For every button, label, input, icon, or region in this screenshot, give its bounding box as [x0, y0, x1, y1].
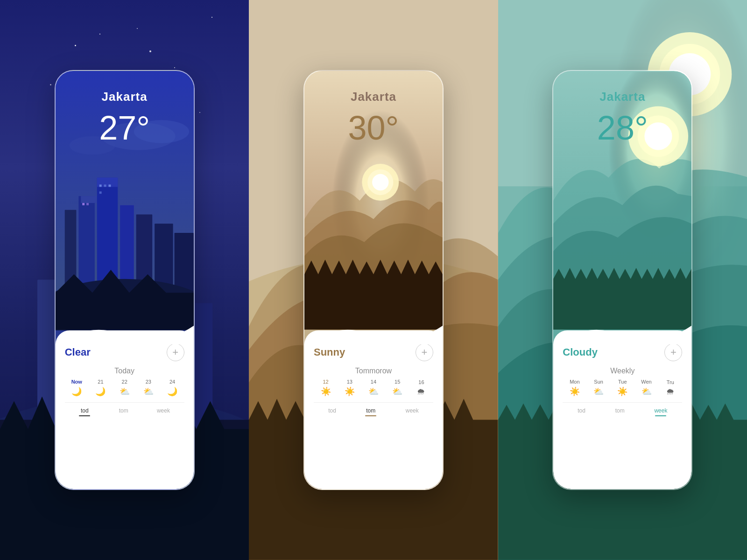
night-bottom-tabs: tod tom week [65, 402, 184, 418]
cloudy-forecast-item-2: Tue ☀️ [611, 379, 634, 397]
night-tab-week[interactable]: week [157, 407, 170, 416]
night-forecast-row: Now 🌙 21 🌙 22 ⛅ 23 ⛅ 24 🌙 [65, 379, 184, 397]
day-forecast-time-1: 13 [347, 379, 352, 385]
day-tab-tom[interactable]: tom [365, 407, 376, 416]
day-bottom-tabs: tod tom week [314, 402, 433, 418]
cloudy-forecast-icon-0: ☀️ [570, 386, 580, 397]
night-period-label: Today [65, 367, 184, 375]
night-condition-label: Clear [65, 346, 91, 358]
svg-rect-33 [86, 203, 89, 205]
night-forecast-time-2: 22 [122, 379, 127, 385]
day-phone-card: Jakarta 30° Sunny + Tommorow 12 ☀️ 13 [303, 70, 444, 490]
cloudy-phone-card: Jakarta 28° Cloudy + Weekly Mon ☀️ Su [552, 70, 692, 490]
night-phone-card: Jakarta 27° Clear + Today Now 🌙 [55, 70, 195, 490]
day-forecast-row: 12 ☀️ 13 ☀️ 14 ⛅ 15 ⛅ 16 🌧 [314, 379, 433, 397]
day-condition-row: Sunny + [314, 343, 433, 361]
day-forecast-icon-2: ⛅ [368, 386, 379, 397]
svg-point-62 [645, 122, 672, 150]
cloudy-forecast-item-3: Wen ⛅ [634, 379, 658, 397]
cloudy-tab-tom-label: tom [615, 407, 625, 414]
night-forecast-item-0: Now 🌙 [65, 379, 89, 397]
night-wave [56, 316, 194, 344]
day-phone-bottom: Sunny + Tommorow 12 ☀️ 13 ☀️ 14 ⛅ 15 [304, 330, 443, 489]
cloudy-condition-row: Cloudy + [563, 343, 682, 361]
night-tab-tom[interactable]: tom [119, 407, 128, 416]
day-forecast-icon-3: ⛅ [392, 386, 402, 397]
night-forecast-time-0: Now [71, 379, 82, 385]
day-forecast-icon-4: 🌧 [417, 387, 425, 397]
day-card-top: Jakarta 30° [304, 71, 443, 330]
day-tab-tod[interactable]: tod [328, 407, 336, 416]
cloudy-plus-button[interactable]: + [664, 343, 682, 361]
night-tab-week-label: week [157, 407, 170, 414]
night-card-top: Jakarta 27° [56, 71, 194, 330]
cloudy-tab-week-underline [655, 415, 666, 416]
cloudy-forecast-time-1: Sun [594, 379, 603, 385]
night-tab-tod-label: tod [81, 407, 89, 414]
night-forecast-icon-1: 🌙 [95, 386, 106, 397]
day-forecast-icon-1: ☀️ [345, 386, 355, 397]
night-temperature: 27° [99, 109, 150, 147]
cloudy-period-label: Weekly [563, 367, 682, 375]
day-tab-tom-label: tom [366, 407, 375, 414]
day-forecast-time-2: 14 [371, 379, 376, 385]
night-tab-tom-label: tom [119, 407, 128, 414]
cloudy-forecast-item-0: Mon ☀️ [563, 379, 586, 397]
svg-rect-35 [104, 184, 106, 187]
day-tab-week[interactable]: week [406, 407, 419, 416]
night-phone-bottom: Clear + Today Now 🌙 21 🌙 22 ⛅ 23 [56, 330, 194, 489]
night-city-name: Jakarta [102, 90, 148, 104]
cloudy-temperature: 28° [597, 109, 648, 147]
cloudy-tab-tom[interactable]: tom [615, 407, 625, 416]
svg-rect-36 [108, 184, 111, 187]
cloudy-card-top: Jakarta 28° [553, 71, 691, 330]
night-forecast-time-3: 23 [146, 379, 151, 385]
day-forecast-time-3: 15 [395, 379, 400, 385]
night-forecast-time-4: 24 [169, 379, 175, 385]
cloudy-forecast-time-0: Mon [570, 379, 579, 385]
cloudy-forecast-time-2: Tue [618, 379, 627, 385]
cloudy-panel: Jakarta 28° Cloudy + Weekly Mon ☀️ Su [498, 0, 747, 560]
day-condition-label: Sunny [314, 346, 345, 358]
cloudy-phone-bottom: Cloudy + Weekly Mon ☀️ Sun ⛅ Tue ☀️ W [553, 330, 691, 489]
night-tab-tod[interactable]: tod [79, 407, 90, 416]
svg-rect-25 [81, 196, 97, 203]
day-city-name: Jakarta [351, 90, 396, 104]
night-forecast-icon-3: ⛅ [143, 386, 154, 397]
cloudy-bottom-tabs: tod tom week [563, 402, 682, 418]
day-forecast-item-4: 16 🌧 [409, 379, 433, 397]
cloudy-tab-tod[interactable]: tod [578, 407, 585, 416]
night-panel: Jakarta 27° Clear + Today Now 🌙 [0, 0, 249, 560]
cloudy-wave [553, 316, 691, 344]
day-tab-tom-underline [365, 415, 376, 416]
cloudy-forecast-icon-2: ☀️ [617, 386, 627, 397]
day-forecast-time-0: 12 [323, 379, 328, 385]
cloudy-forecast-item-4: Tru 🌧 [658, 379, 682, 397]
night-tab-tod-underline [79, 415, 90, 416]
day-period-label: Tommorow [314, 367, 433, 375]
cloudy-condition-label: Cloudy [563, 346, 598, 358]
night-forecast-item-4: 24 🌙 [160, 379, 184, 397]
cloudy-tab-week[interactable]: week [654, 407, 667, 416]
day-panel: Jakarta 30° Sunny + Tommorow 12 ☀️ 13 [249, 0, 498, 560]
day-tab-week-label: week [406, 407, 419, 414]
cloudy-forecast-item-1: Sun ⛅ [587, 379, 611, 397]
night-plus-button[interactable]: + [167, 343, 184, 361]
cloudy-forecast-icon-3: ⛅ [641, 386, 652, 397]
cloudy-tab-tod-label: tod [578, 407, 585, 414]
night-forecast-icon-0: 🌙 [71, 386, 82, 397]
night-forecast-icon-2: ⛅ [120, 386, 130, 397]
day-plus-button[interactable]: + [416, 343, 433, 361]
cloudy-forecast-row: Mon ☀️ Sun ⛅ Tue ☀️ Wen ⛅ Tru 🌧 [563, 379, 682, 397]
night-forecast-time-1: 21 [98, 379, 103, 385]
day-forecast-item-2: 14 ⛅ [361, 379, 385, 397]
day-wave [304, 316, 443, 344]
night-forecast-item-1: 21 🌙 [89, 379, 113, 397]
night-forecast-item-2: 22 ⛅ [113, 379, 136, 397]
day-tab-tod-label: tod [328, 407, 336, 414]
day-forecast-item-1: 13 ☀️ [338, 379, 361, 397]
day-forecast-time-4: 16 [418, 379, 424, 385]
cloudy-forecast-icon-1: ⛅ [593, 386, 604, 397]
night-forecast-item-3: 23 ⛅ [136, 379, 160, 397]
svg-point-49 [372, 174, 389, 191]
